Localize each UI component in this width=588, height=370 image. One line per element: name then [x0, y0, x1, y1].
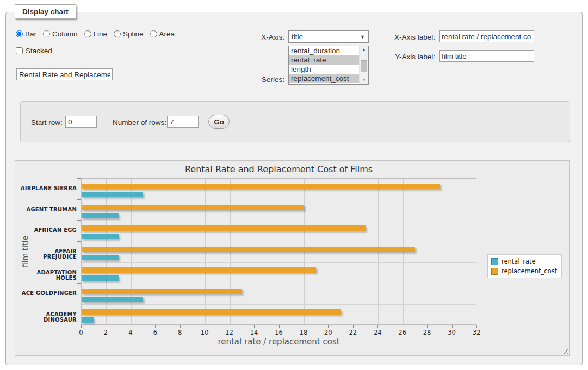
- series-options: rental_durationrental_ratelengthreplacem…: [289, 46, 359, 83]
- stacked-checkbox[interactable]: [16, 47, 23, 54]
- x-axis-tick: [155, 325, 156, 328]
- chart-type-option-line[interactable]: Line: [84, 30, 108, 38]
- x-tick-label: 30: [444, 329, 460, 336]
- chart-legend: rental_ratereplacement_cost: [487, 254, 562, 278]
- x-axis-tick: [304, 325, 304, 328]
- y-axis-tick: [77, 241, 81, 242]
- y-axis-tick: [77, 178, 81, 179]
- x-axis-label-field-label: X-Axis label:: [381, 33, 435, 41]
- y-category-label: ACE GOLDFINGER: [20, 291, 77, 296]
- bar-replacement_cost: [82, 225, 366, 231]
- y-axis-tick: [77, 262, 81, 262]
- x-tick-label: 32: [468, 329, 485, 336]
- x-axis-tick: [81, 325, 82, 328]
- stacked-label: Stacked: [26, 47, 52, 55]
- bar-rental_rate: [82, 317, 94, 323]
- x-tick-label: 28: [419, 329, 435, 336]
- chart-type-option-column[interactable]: Column: [43, 30, 78, 38]
- x-axis-select-label: X-Axis:: [234, 33, 284, 41]
- chart-title-input[interactable]: [16, 68, 113, 80]
- chart-panel: Rental Rate and Replacement Cost of Film…: [15, 160, 570, 356]
- x-axis-label-input[interactable]: [439, 30, 534, 42]
- x-tick-label: 22: [345, 329, 361, 336]
- series-option-rental_duration[interactable]: rental_duration: [289, 46, 359, 55]
- x-axis-tick: [328, 325, 329, 328]
- display-chart-page: Display chart BarColumnLineSplineArea St…: [0, 0, 588, 370]
- chart-type-radio-bar[interactable]: [16, 30, 23, 37]
- bar-rental_rate: [82, 192, 143, 197]
- scrollbar-thumb[interactable]: [361, 60, 367, 72]
- bar-rental_rate: [82, 255, 119, 260]
- x-tick-label: 16: [271, 329, 287, 336]
- chart-type-option-spline[interactable]: Spline: [114, 30, 144, 38]
- scroll-up-arrow-icon[interactable]: ▲: [360, 46, 368, 54]
- go-button[interactable]: Go: [208, 115, 230, 129]
- bar-rental_rate: [82, 213, 119, 218]
- gridline: [82, 221, 476, 221]
- stacked-option[interactable]: Stacked: [16, 47, 52, 55]
- gridline: [82, 304, 476, 305]
- gridline: [82, 200, 476, 200]
- y-axis-tick: [77, 283, 81, 284]
- y-category-label: ACADEMY DINOSAUR: [20, 312, 77, 323]
- bar-rental_rate: [82, 297, 143, 302]
- x-tick-label: 0: [73, 329, 89, 336]
- gridline: [82, 284, 476, 284]
- series-option-rental_rate[interactable]: rental_rate: [289, 55, 359, 65]
- legend-label: replacement_cost: [502, 267, 557, 275]
- series-listbox[interactable]: rental_durationrental_ratelengthreplacem…: [288, 46, 369, 85]
- chart-type-radio-column[interactable]: [43, 30, 50, 37]
- chart-type-radio-spline[interactable]: [114, 30, 121, 37]
- y-axis-tick: [77, 325, 81, 325]
- x-tick-label: 6: [147, 329, 163, 336]
- x-tick-label: 8: [172, 329, 188, 336]
- x-tick-label: 26: [394, 329, 411, 336]
- series-option-replacement_cost[interactable]: replacement_cost: [289, 74, 359, 83]
- chart-type-option-bar[interactable]: Bar: [16, 30, 36, 38]
- number-of-rows-input[interactable]: [167, 116, 199, 128]
- x-tick-label: 12: [221, 329, 238, 336]
- chart-type-option-area[interactable]: Area: [150, 30, 175, 38]
- chart-type-radio-group: BarColumnLineSplineArea: [16, 30, 175, 38]
- bar-replacement_cost: [82, 267, 316, 273]
- chart-title: Rental Rate and Replacement Cost of Film…: [81, 164, 476, 174]
- fieldset-legend: Display chart: [15, 4, 76, 19]
- x-tick-label: 20: [320, 329, 336, 336]
- resize-grip-icon[interactable]: [561, 347, 568, 354]
- y-axis-label-field-label: Y-Axis label:: [381, 53, 435, 61]
- chart-type-label: Bar: [25, 30, 36, 38]
- y-axis-tick: [77, 304, 81, 304]
- x-axis-tick: [131, 325, 131, 328]
- chart-type-label: Spline: [123, 30, 144, 38]
- gridline: [428, 179, 428, 324]
- chart-type-label: Column: [52, 30, 78, 38]
- start-row-label: Start row:: [31, 118, 63, 127]
- x-axis-tick: [452, 325, 453, 328]
- chart-type-radio-line[interactable]: [84, 30, 91, 37]
- bar-rental_rate: [82, 275, 119, 281]
- x-tick-label: 14: [246, 329, 262, 336]
- x-axis-tick: [230, 325, 230, 328]
- scroll-down-arrow-icon[interactable]: ▼: [360, 77, 368, 84]
- x-axis-tick: [353, 325, 354, 328]
- x-axis-tick: [403, 325, 403, 328]
- x-tick-label: 24: [369, 329, 386, 336]
- x-axis-select[interactable]: title ▼: [288, 30, 369, 43]
- y-axis-tick: [77, 220, 81, 221]
- y-category-label: AGENT TRUMAN: [20, 207, 77, 212]
- x-axis-tick: [427, 325, 428, 328]
- chart-type-label: Line: [94, 30, 108, 38]
- series-option-length[interactable]: length: [289, 65, 359, 74]
- x-axis-tick: [476, 325, 477, 328]
- series-scrollbar[interactable]: ▲ ▼: [359, 46, 368, 84]
- x-axis-select-value: title: [292, 33, 360, 41]
- chart-type-radio-area[interactable]: [150, 30, 157, 37]
- y-axis-label-input[interactable]: [439, 50, 534, 62]
- x-axis-title: rental rate / replacement cost: [81, 337, 476, 347]
- select-dropdown-arrow-icon: ▼: [360, 34, 365, 40]
- x-axis-tick: [180, 325, 181, 328]
- x-tick-label: 4: [122, 329, 139, 336]
- y-axis-tick: [77, 199, 81, 200]
- start-row-input[interactable]: [65, 116, 97, 128]
- legend-entry-replacement_cost: replacement_cost: [491, 267, 557, 275]
